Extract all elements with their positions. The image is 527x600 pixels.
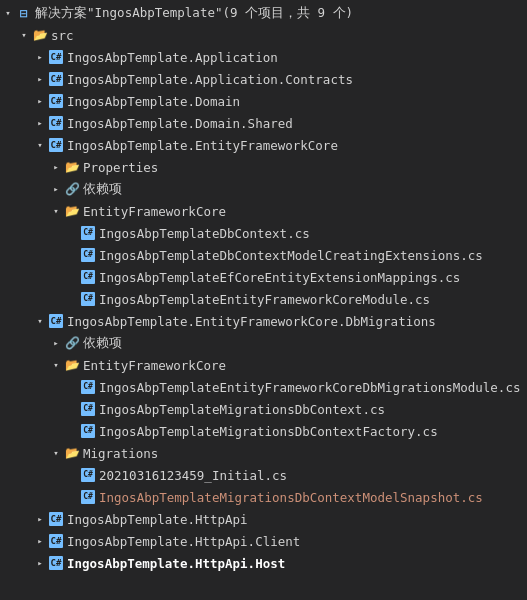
item-label: IngosAbpTemplate.Application.Contracts — [67, 72, 519, 87]
item-label: IngosAbpTemplateMigrationsDbContext.cs — [99, 402, 519, 417]
expand-icon[interactable]: ▾ — [48, 445, 64, 461]
item-label: IngosAbpTemplate.Domain — [67, 94, 519, 109]
tree-item[interactable]: ▸C#IngosAbpTemplate.Application — [0, 46, 527, 68]
item-label: IngosAbpTemplate.EntityFrameworkCore — [67, 138, 519, 153]
item-label: IngosAbpTemplateEntityFrameworkCoreDbMig… — [99, 380, 520, 395]
item-label: EntityFrameworkCore — [83, 204, 519, 219]
folder-icon: 📂 — [64, 357, 80, 373]
expand-placeholder — [64, 423, 80, 439]
item-label: IngosAbpTemplateMigrationsDbContextModel… — [99, 490, 519, 505]
tree-item[interactable]: C#IngosAbpTemplateEfCoreEntityExtensionM… — [0, 266, 527, 288]
project-icon: C# — [48, 533, 64, 549]
tree-item[interactable]: ▾⊟解决方案"IngosAbpTemplate"(9 个项目，共 9 个) — [0, 2, 527, 24]
expand-placeholder — [64, 401, 80, 417]
project-icon: C# — [48, 313, 64, 329]
tree-item[interactable]: ▸📂Properties — [0, 156, 527, 178]
tree-item[interactable]: C#IngosAbpTemplateMigrationsDbContextFac… — [0, 420, 527, 442]
expand-placeholder — [64, 291, 80, 307]
item-label: IngosAbpTemplateDbContextModelCreatingEx… — [99, 248, 519, 263]
cs-icon: C# — [80, 379, 96, 395]
item-label: IngosAbpTemplateEntityFrameworkCoreModul… — [99, 292, 519, 307]
tree-item[interactable]: ▸🔗依赖项 — [0, 178, 527, 200]
tree-item[interactable]: ▾📂src — [0, 24, 527, 46]
project-icon: C# — [48, 49, 64, 65]
item-label: 依赖项 — [83, 335, 519, 352]
ref-icon: 🔗 — [64, 335, 80, 351]
tree-item[interactable]: ▸C#IngosAbpTemplate.HttpApi.Client — [0, 530, 527, 552]
tree-item[interactable]: ▾C#IngosAbpTemplate.EntityFrameworkCore.… — [0, 310, 527, 332]
tree-item[interactable]: ▸🔗依赖项 — [0, 332, 527, 354]
expand-icon[interactable]: ▾ — [32, 137, 48, 153]
tree-item[interactable]: C#IngosAbpTemplateMigrationsDbContextMod… — [0, 486, 527, 508]
expand-icon[interactable]: ▾ — [48, 357, 64, 373]
tree-item[interactable]: ▾C#IngosAbpTemplate.EntityFrameworkCore — [0, 134, 527, 156]
tree-item[interactable]: ▾📂EntityFrameworkCore — [0, 200, 527, 222]
item-label: src — [51, 28, 519, 43]
item-label: IngosAbpTemplate.EntityFrameworkCore.DbM… — [67, 314, 519, 329]
item-label: IngosAbpTemplate.Application — [67, 50, 519, 65]
tree-item[interactable]: C#20210316123459_Initial.cs — [0, 464, 527, 486]
tree-item[interactable]: ▸C#IngosAbpTemplate.HttpApi.Host — [0, 552, 527, 574]
tree-item[interactable]: C#IngosAbpTemplateEntityFrameworkCoreMod… — [0, 288, 527, 310]
cs-icon: C# — [80, 291, 96, 307]
item-label: IngosAbpTemplate.HttpApi — [67, 512, 519, 527]
cs-icon: C# — [80, 247, 96, 263]
project-icon: C# — [48, 137, 64, 153]
expand-placeholder — [64, 467, 80, 483]
expand-icon[interactable]: ▾ — [32, 313, 48, 329]
expand-icon[interactable]: ▸ — [32, 49, 48, 65]
expand-placeholder — [64, 269, 80, 285]
expand-icon[interactable]: ▾ — [0, 5, 16, 21]
tree-item[interactable]: ▸C#IngosAbpTemplate.Application.Contract… — [0, 68, 527, 90]
project-icon: C# — [48, 71, 64, 87]
tree-item[interactable]: ▾📂Migrations — [0, 442, 527, 464]
expand-icon[interactable]: ▸ — [48, 159, 64, 175]
tree-item[interactable]: C#IngosAbpTemplateDbContextModelCreating… — [0, 244, 527, 266]
expand-icon[interactable]: ▸ — [48, 181, 64, 197]
tree-item[interactable]: C#IngosAbpTemplateEntityFrameworkCoreDbM… — [0, 376, 527, 398]
cs-icon: C# — [80, 401, 96, 417]
folder-icon: 📂 — [64, 159, 80, 175]
solution-explorer[interactable]: ▾⊟解决方案"IngosAbpTemplate"(9 个项目，共 9 个)▾📂s… — [0, 0, 527, 600]
tree-item[interactable]: ▸C#IngosAbpTemplate.Domain.Shared — [0, 112, 527, 134]
folder-icon: 📂 — [64, 445, 80, 461]
expand-icon[interactable]: ▸ — [32, 71, 48, 87]
project-icon: C# — [48, 93, 64, 109]
item-label: 依赖项 — [83, 181, 519, 198]
item-label: Properties — [83, 160, 519, 175]
expand-icon[interactable]: ▸ — [32, 93, 48, 109]
expand-icon[interactable]: ▸ — [32, 511, 48, 527]
expand-placeholder — [64, 489, 80, 505]
tree-item[interactable]: ▾📂EntityFrameworkCore — [0, 354, 527, 376]
item-label: IngosAbpTemplateEfCoreEntityExtensionMap… — [99, 270, 519, 285]
tree-item[interactable]: C#IngosAbpTemplateMigrationsDbContext.cs — [0, 398, 527, 420]
expand-placeholder — [64, 247, 80, 263]
tree-item[interactable]: C#IngosAbpTemplateDbContext.cs — [0, 222, 527, 244]
expand-icon[interactable]: ▸ — [32, 533, 48, 549]
expand-icon[interactable]: ▾ — [48, 203, 64, 219]
item-label: IngosAbpTemplate.Domain.Shared — [67, 116, 519, 131]
item-label: IngosAbpTemplateMigrationsDbContextFacto… — [99, 424, 519, 439]
cs-icon: C# — [80, 269, 96, 285]
item-label: 20210316123459_Initial.cs — [99, 468, 519, 483]
item-label: IngosAbpTemplate.HttpApi.Host — [67, 556, 519, 571]
item-label: IngosAbpTemplateDbContext.cs — [99, 226, 519, 241]
item-label: 解决方案"IngosAbpTemplate"(9 个项目，共 9 个) — [35, 5, 519, 22]
tree-item[interactable]: ▸C#IngosAbpTemplate.HttpApi — [0, 508, 527, 530]
item-label: IngosAbpTemplate.HttpApi.Client — [67, 534, 519, 549]
item-label: EntityFrameworkCore — [83, 358, 519, 373]
project-icon: C# — [48, 511, 64, 527]
solution-icon: ⊟ — [16, 5, 32, 21]
project-icon: C# — [48, 115, 64, 131]
expand-icon[interactable]: ▾ — [16, 27, 32, 43]
expand-placeholder — [64, 379, 80, 395]
cs-icon: C# — [80, 467, 96, 483]
project-bold-icon: C# — [48, 555, 64, 571]
item-label: Migrations — [83, 446, 519, 461]
folder-icon: 📂 — [32, 27, 48, 43]
expand-icon[interactable]: ▸ — [32, 555, 48, 571]
expand-icon[interactable]: ▸ — [48, 335, 64, 351]
expand-icon[interactable]: ▸ — [32, 115, 48, 131]
folder-icon: 📂 — [64, 203, 80, 219]
tree-item[interactable]: ▸C#IngosAbpTemplate.Domain — [0, 90, 527, 112]
